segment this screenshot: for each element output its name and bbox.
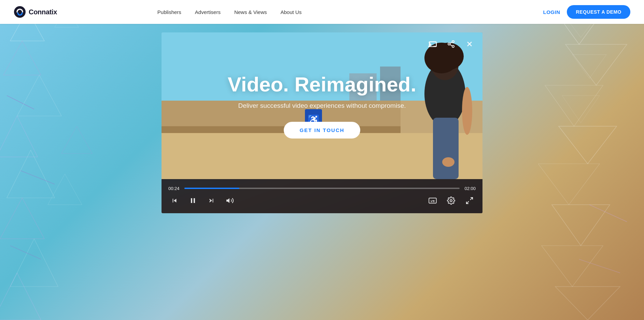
skip-forward-icon (208, 197, 215, 204)
close-button[interactable] (463, 38, 476, 50)
svg-marker-54 (226, 198, 229, 203)
video-top-controls (426, 38, 476, 50)
nav-about-us[interactable]: About Us (280, 9, 302, 15)
nav-news-views[interactable]: News & Views (234, 9, 267, 15)
svg-line-50 (450, 45, 452, 46)
logo-icon (14, 6, 26, 18)
skip-forward-button[interactable] (205, 194, 218, 207)
video-hero-title: Video. Reimagined. (228, 73, 416, 96)
nav-links: Publishers Advertisers News & Views Abou… (157, 9, 302, 15)
video-player[interactable]: ♿ (162, 32, 482, 213)
total-time: 02:00 (464, 186, 476, 191)
video-overlay-content: Video. Reimagined. Deliver successful vi… (162, 32, 482, 179)
cast-button[interactable] (426, 38, 439, 50)
svg-point-0 (14, 6, 26, 18)
nav-actions: LOGIN REQUEST A DEMO (543, 5, 630, 19)
captions-button[interactable] (426, 194, 439, 207)
login-button[interactable]: LOGIN (543, 9, 560, 15)
pause-button[interactable] (187, 194, 199, 207)
video-cta-button[interactable]: GET IN TOUCH (284, 122, 360, 139)
pause-icon (189, 197, 197, 205)
volume-icon (226, 197, 234, 205)
skip-back-button[interactable] (168, 194, 181, 207)
controls-row (168, 194, 476, 207)
close-icon (465, 40, 474, 48)
share-button[interactable] (445, 38, 457, 50)
cast-icon (428, 40, 437, 48)
progress-row: 00:24 02:00 (168, 186, 476, 191)
logo[interactable]: Connatix (14, 6, 57, 18)
logo-text: Connatix (29, 8, 57, 16)
progress-fill (184, 188, 239, 189)
fullscreen-icon (465, 197, 474, 205)
nav-publishers[interactable]: Publishers (157, 9, 181, 15)
svg-point-47 (452, 41, 454, 43)
svg-point-56 (450, 200, 452, 202)
fullscreen-button[interactable] (463, 194, 476, 207)
request-demo-button[interactable]: REQUEST A DEMO (567, 5, 630, 19)
navbar: Connatix Publishers Advertisers News & V… (0, 0, 644, 24)
video-controls-bar: 00:24 02:00 (162, 179, 482, 213)
svg-point-45 (429, 46, 429, 47)
settings-button[interactable] (445, 194, 457, 207)
current-time: 00:24 (168, 186, 180, 191)
captions-icon (428, 196, 437, 205)
skip-back-icon (171, 197, 178, 204)
svg-point-48 (448, 43, 450, 45)
share-icon (447, 40, 455, 48)
nav-advertisers[interactable]: Advertisers (195, 9, 221, 15)
svg-point-49 (452, 45, 454, 47)
hero-section: ♿ (0, 0, 644, 320)
video-hero-subtitle: Deliver successful video experiences wit… (238, 102, 406, 110)
volume-button[interactable] (224, 194, 236, 207)
svg-line-51 (450, 42, 452, 44)
settings-icon (447, 197, 455, 205)
progress-bar[interactable] (184, 188, 460, 189)
right-controls (426, 194, 476, 207)
